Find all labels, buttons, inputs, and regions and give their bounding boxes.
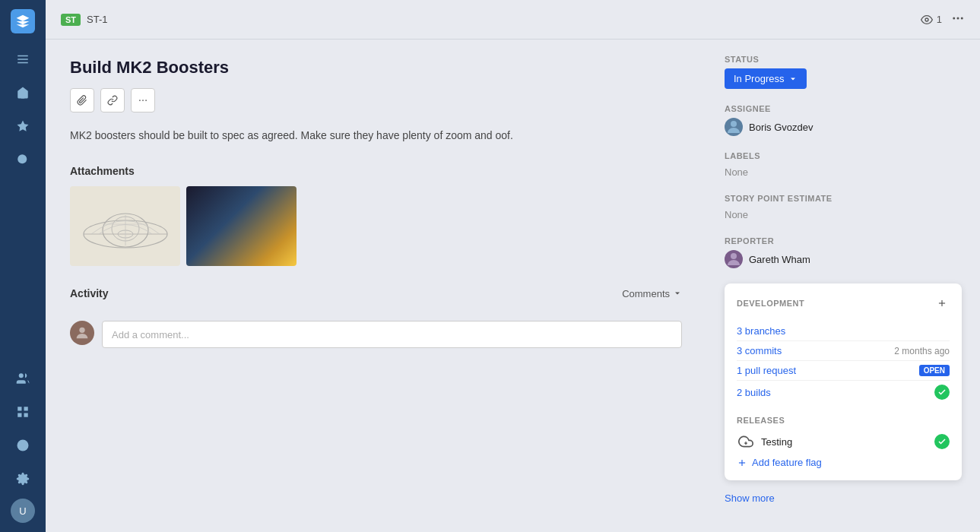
app-logo[interactable] <box>11 9 35 33</box>
svg-rect-12 <box>24 413 28 417</box>
story-point-label: STORY POINT ESTIMATE <box>725 194 962 203</box>
story-point-section: STORY POINT ESTIMATE None <box>725 194 962 221</box>
assignee-avatar <box>725 118 743 136</box>
svg-line-5 <box>25 162 27 164</box>
dev-header: DEVELOPMENT <box>737 296 950 311</box>
labels-label: LABELS <box>725 151 962 160</box>
dev-add-button[interactable] <box>934 296 950 311</box>
labels-value: None <box>725 166 748 178</box>
breadcrumb-id: ST-1 <box>87 14 107 25</box>
reporter-avatar <box>725 250 743 268</box>
release-check-icon <box>934 434 950 449</box>
activity-section: Activity Comments <box>70 287 682 299</box>
svg-point-31 <box>731 121 737 127</box>
user-avatar[interactable]: U <box>11 499 35 523</box>
commits-label: 3 commits <box>737 345 782 356</box>
watch-button[interactable]: 1 <box>921 14 942 26</box>
toolbar <box>70 88 682 112</box>
pull-request-label: 1 pull request <box>737 365 796 376</box>
assignee-row: Boris Gvozdev <box>725 118 962 136</box>
builds-check-icon <box>934 385 950 400</box>
reporter-row: Gareth Wham <box>725 250 962 268</box>
issue-title: Build MK2 Boosters <box>70 58 682 78</box>
story-point-value: None <box>725 209 748 220</box>
star-icon[interactable] <box>9 112 36 140</box>
content-area: Build MK2 Boosters MK2 boosters should b… <box>46 40 980 532</box>
commenter-avatar <box>70 321 94 345</box>
svg-rect-1 <box>17 59 28 60</box>
release-name: Testing <box>761 436 792 448</box>
reporter-section: REPORTER Gareth Wham <box>725 236 962 268</box>
pull-request-row[interactable]: 1 pull request OPEN <box>737 361 950 381</box>
builds-label: 2 builds <box>737 387 771 398</box>
status-value: In Progress <box>734 73 784 84</box>
apps-icon[interactable] <box>9 398 36 426</box>
testing-release-row: Testing <box>737 432 950 451</box>
svg-point-18 <box>957 17 959 19</box>
link-button[interactable] <box>100 88 125 112</box>
attachment-button[interactable] <box>70 88 94 112</box>
add-icon[interactable] <box>9 179 36 207</box>
branches-row[interactable]: 3 branches <box>737 321 950 341</box>
watch-count: 1 <box>937 14 942 25</box>
attachments-grid <box>70 186 682 266</box>
svg-point-21 <box>142 100 144 101</box>
svg-point-17 <box>953 17 955 19</box>
release-left: Testing <box>737 432 792 451</box>
open-badge: OPEN <box>919 365 950 376</box>
assignee-name: Boris Gvozdev <box>749 122 813 133</box>
reporter-label: REPORTER <box>725 236 962 245</box>
activity-label: Activity <box>70 287 109 299</box>
comment-input[interactable]: Add a comment... <box>102 321 682 348</box>
assignee-label: ASSIGNEE <box>725 104 962 113</box>
reporter-name: Gareth Wham <box>749 254 810 265</box>
development-title: DEVELOPMENT <box>737 299 804 308</box>
breadcrumb: ST ST-1 <box>61 14 108 26</box>
home-icon[interactable] <box>9 79 36 106</box>
builds-row[interactable]: 2 builds <box>737 381 950 404</box>
left-panel: Build MK2 Boosters MK2 boosters should b… <box>46 40 706 532</box>
svg-rect-9 <box>17 407 21 410</box>
attachment-2[interactable] <box>186 186 297 266</box>
releases-label: RELEASES <box>737 416 950 425</box>
svg-rect-10 <box>24 407 28 410</box>
branches-label: 3 branches <box>737 325 785 337</box>
show-more-button[interactable]: Show more <box>725 492 962 504</box>
right-panel: STATUS In Progress ASSIGNEE Boris Gvozde… <box>706 40 980 532</box>
svg-point-16 <box>925 18 928 21</box>
svg-point-32 <box>731 253 737 259</box>
attachment-1[interactable] <box>70 186 180 266</box>
topbar-right: 1 <box>921 11 965 28</box>
comment-row: Add a comment... <box>70 321 682 348</box>
release-cloud-icon <box>737 432 755 451</box>
svg-point-8 <box>19 373 24 378</box>
status-label: STATUS <box>725 55 962 64</box>
main-layout: ST ST-1 1 Build MK2 Boosters <box>46 0 980 532</box>
add-feature-label: Add feature flag <box>752 457 822 468</box>
releases-section: RELEASES Testing <box>737 416 950 468</box>
help-icon[interactable] <box>9 432 36 459</box>
more-options-button[interactable] <box>951 11 965 28</box>
breadcrumb-tag: ST <box>61 14 81 26</box>
sidebar: U <box>0 0 46 532</box>
development-card: DEVELOPMENT 3 branches 3 commits 2 month… <box>725 283 962 480</box>
settings-icon[interactable] <box>9 465 36 492</box>
svg-marker-3 <box>17 121 29 131</box>
topbar: ST ST-1 1 <box>46 0 980 40</box>
status-button[interactable]: In Progress <box>725 68 807 89</box>
add-feature-flag-button[interactable]: Add feature flag <box>737 457 950 468</box>
more-toolbar-button[interactable] <box>131 88 155 112</box>
issue-description: MK2 boosters should be built to spec as … <box>70 128 682 144</box>
commits-row[interactable]: 3 commits 2 months ago <box>737 341 950 361</box>
comments-filter-label: Comments <box>622 288 670 299</box>
menu-icon[interactable] <box>9 46 36 73</box>
search-icon[interactable] <box>9 146 36 173</box>
teams-icon[interactable] <box>9 365 36 392</box>
svg-point-19 <box>961 17 963 19</box>
comments-filter[interactable]: Comments <box>622 288 682 299</box>
comment-placeholder: Add a comment... <box>112 329 189 340</box>
commits-meta: 2 months ago <box>894 346 950 356</box>
svg-point-4 <box>17 154 27 163</box>
svg-rect-11 <box>17 413 21 417</box>
svg-point-22 <box>145 100 147 101</box>
